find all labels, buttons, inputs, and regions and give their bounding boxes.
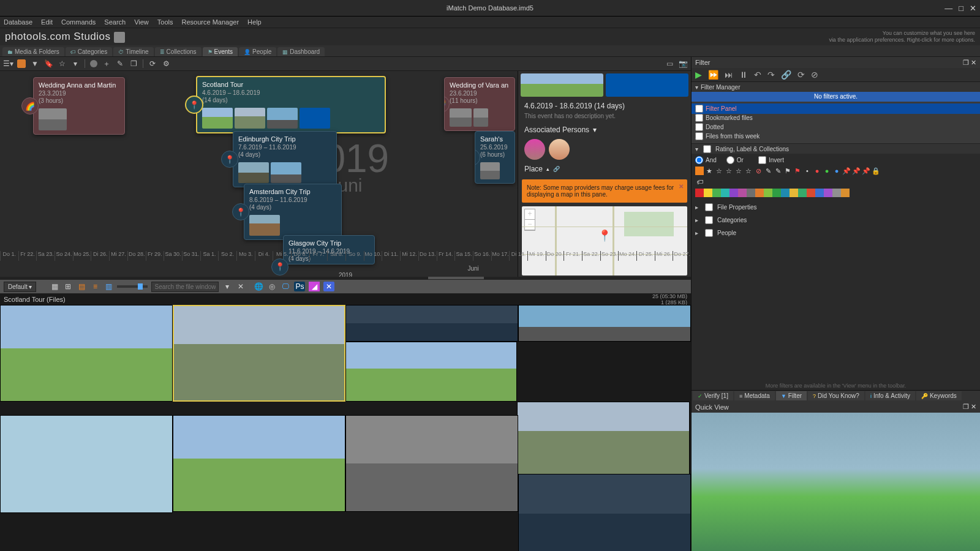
label-icon[interactable]: 🏷 — [695, 178, 704, 186]
rating-box[interactable] — [695, 167, 704, 175]
menu-view[interactable]: View — [134, 18, 149, 26]
play-icon[interactable]: ▶ — [695, 70, 702, 80]
thumb[interactable] — [517, 402, 690, 475]
skip-icon[interactable]: ⏩ — [708, 70, 718, 80]
zoom-out-icon[interactable]: − — [525, 220, 535, 230]
layout-dropdown[interactable]: Default ▾ — [4, 282, 36, 292]
ps-icon[interactable]: Ps — [294, 282, 305, 291]
chevron-down-icon[interactable]: ▾ — [71, 59, 80, 68]
link-icon[interactable]: 🔗 — [781, 70, 791, 80]
color-swatch[interactable] — [772, 189, 781, 197]
undo-icon[interactable]: ↶ — [754, 70, 761, 80]
panel-icon[interactable]: ▭ — [665, 59, 674, 68]
tab-events[interactable]: ⚑Events — [203, 47, 238, 56]
btab-verify[interactable]: ✓Verify [1] — [693, 391, 733, 400]
tree-people[interactable]: ▸People — [695, 227, 976, 239]
globe-icon[interactable]: 🌐 — [254, 282, 263, 291]
thumb[interactable] — [345, 342, 517, 402]
timeline-scrollbar[interactable] — [0, 277, 691, 279]
tab-categories[interactable]: 🏷Categories — [66, 47, 112, 56]
reject-icon[interactable]: ⊘ — [754, 167, 763, 175]
edit-icon[interactable]: ✎ — [116, 59, 124, 68]
orange-button[interactable] — [17, 59, 26, 68]
close-warning-icon[interactable]: ✕ — [679, 183, 684, 190]
color-swatch[interactable] — [824, 189, 832, 197]
pin-red-icon[interactable]: 📌 — [842, 167, 851, 175]
search-input[interactable] — [151, 282, 219, 292]
or-radio[interactable] — [726, 156, 734, 164]
color-swatch[interactable] — [790, 189, 798, 197]
monitor-icon[interactable]: 🖵 — [281, 282, 290, 291]
list-icon[interactable]: ≡ — [90, 282, 100, 291]
pin-green-icon[interactable]: 📌 — [852, 167, 861, 175]
pause-icon[interactable]: ⏸ — [739, 70, 748, 80]
event-scotland-tour[interactable]: 📍 Scotland Tour 4.6.2019 – 18.6.2019(14 … — [196, 76, 386, 133]
lock-icon[interactable]: 🔒 — [872, 167, 880, 175]
pen-icon[interactable]: ✎ — [774, 167, 782, 175]
color-swatch[interactable] — [747, 189, 755, 197]
color-swatch[interactable] — [807, 189, 815, 197]
dot-icon[interactable]: • — [803, 167, 812, 175]
color-swatch[interactable] — [729, 189, 738, 197]
tab-timeline[interactable]: ⏱Timeline — [113, 47, 153, 56]
menu-help[interactable]: Help — [247, 18, 262, 26]
zoom-in-icon[interactable]: + — [525, 209, 535, 220]
funnel-icon[interactable]: ▼ — [31, 59, 39, 68]
color-swatch[interactable] — [764, 189, 772, 197]
copy-icon[interactable]: ❐ — [129, 59, 138, 68]
quickview[interactable] — [692, 413, 980, 552]
menu-icon[interactable]: ☰▾ — [4, 59, 12, 68]
color-swatch[interactable] — [755, 189, 764, 197]
color-swatch[interactable] — [712, 189, 721, 197]
filter-row-bookmarked[interactable]: Bookmarked files — [695, 113, 976, 122]
thumb[interactable] — [0, 305, 173, 402]
star-icon[interactable]: ☆ — [715, 167, 723, 175]
tab-dashboard[interactable]: ▦Dashboard — [277, 47, 325, 56]
thumb[interactable] — [0, 415, 173, 513]
affinity-icon[interactable]: ◢ — [309, 282, 320, 291]
filter-row-panel[interactable]: Filter Panel — [692, 103, 980, 114]
refresh-icon[interactable]: ⟳ — [148, 59, 157, 68]
filter-manager-header[interactable]: ▾Filter Manager — [692, 82, 980, 92]
thumb[interactable] — [173, 415, 345, 512]
dot-red-icon[interactable]: ● — [813, 167, 821, 175]
restore-icon[interactable]: ❐ — [963, 59, 969, 66]
thumb[interactable] — [345, 415, 518, 512]
close-icon[interactable]: ✕ — [971, 403, 976, 410]
color-swatch[interactable] — [815, 189, 824, 197]
grid-small-icon[interactable]: ▦ — [50, 282, 59, 291]
detail-thumb[interactable] — [606, 73, 688, 97]
event-edinburgh[interactable]: 📍 Edinburgh City Trip 7.6.2019 – 11.6.20… — [233, 131, 337, 187]
thumb-size-slider[interactable] — [117, 285, 148, 288]
tab-collections[interactable]: ≣Collections — [155, 47, 202, 56]
color-swatch[interactable] — [841, 189, 850, 197]
thumb[interactable] — [345, 305, 518, 342]
file-window[interactable] — [0, 305, 691, 551]
thumb[interactable] — [518, 305, 691, 342]
menu-search[interactable]: Search — [104, 18, 126, 26]
color-swatch[interactable] — [695, 189, 704, 197]
flag-icon[interactable]: ⚑ — [783, 167, 792, 175]
reset-icon[interactable]: ⊘ — [811, 70, 818, 80]
star-icon[interactable]: ☆ — [744, 167, 753, 175]
table-icon[interactable]: ▥ — [104, 282, 113, 291]
grid-large-icon[interactable]: ⊞ — [63, 282, 73, 291]
color-swatch[interactable] — [781, 189, 790, 197]
and-radio[interactable] — [695, 156, 703, 164]
detail-thumb[interactable] — [521, 73, 603, 97]
close-icon[interactable]: ✕ — [970, 4, 976, 13]
redo-icon[interactable]: ↷ — [767, 70, 775, 80]
event-wedding-vara[interactable]: 🌈 Wedding of Vara an 23.6.2019(11 hours) — [444, 77, 515, 131]
maximize-icon[interactable]: □ — [959, 4, 963, 13]
rlc-header[interactable]: ▾Rating, Label & Collections — [692, 143, 980, 154]
pin-blue-icon[interactable]: 📌 — [862, 167, 870, 175]
events-timeline[interactable]: 2019 Juni 🌈 Wedding Anna and Martin 23.3… — [0, 71, 691, 279]
record-icon[interactable] — [90, 60, 97, 67]
search-dropdown-icon[interactable]: ▾ — [222, 282, 232, 291]
close-icon[interactable]: ✕ — [971, 59, 976, 66]
tree-categories[interactable]: ▸Categories — [695, 214, 976, 227]
thumb-selected[interactable] — [173, 305, 345, 402]
btab-info[interactable]: iInfo & Activity — [865, 391, 915, 400]
filter-row-thisweek[interactable]: Files from this week — [695, 132, 976, 141]
star-icon[interactable]: ★ — [705, 167, 714, 175]
